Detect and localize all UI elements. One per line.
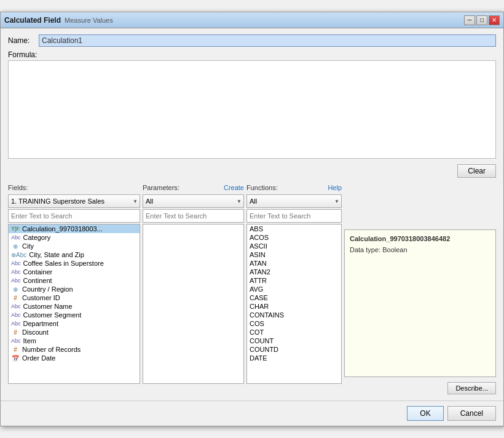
item-label: ABS: [250, 225, 263, 233]
describe-button[interactable]: Describe...: [447, 382, 496, 394]
info-datatype: Data type: Boolean: [350, 246, 490, 253]
clear-button[interactable]: Clear: [457, 164, 496, 178]
list-item[interactable]: Abc Coffee Sales in Superstore: [9, 259, 140, 268]
item-label: Department: [23, 320, 58, 327]
geo-icon: ⊕: [11, 243, 20, 250]
close-button[interactable]: ✕: [489, 15, 500, 25]
list-item[interactable]: ATAN2: [247, 268, 341, 276]
params-search-input[interactable]: [143, 209, 244, 223]
columns-section: Fields: 1. TRAINING Superstore Sales T|F…: [8, 184, 496, 394]
item-label: Item: [23, 337, 36, 344]
item-label: City, State and Zip: [29, 251, 84, 258]
formula-textarea[interactable]: [8, 60, 496, 159]
formula-section: Formula:: [8, 50, 496, 161]
fields-dropdown[interactable]: 1. TRAINING Superstore Sales: [8, 194, 140, 208]
list-item[interactable]: CASE: [247, 293, 341, 302]
title-bar: Calculated Field Measure Values ─ □ ✕: [1, 12, 503, 28]
list-item[interactable]: CHAR: [247, 302, 341, 311]
list-item[interactable]: # Customer ID: [9, 293, 140, 302]
params-dropdown[interactable]: All: [143, 194, 244, 208]
list-item[interactable]: ABS: [247, 225, 341, 233]
functions-column: Functions: Help All ABS ACOS ASCII ASIN …: [246, 184, 342, 394]
functions-search-input[interactable]: [246, 209, 342, 223]
list-item[interactable]: Abc Container: [9, 268, 140, 276]
ok-button[interactable]: OK: [407, 406, 443, 421]
title-bar-left: Calculated Field Measure Values: [4, 16, 113, 25]
fields-header: Fields:: [8, 184, 140, 193]
list-item[interactable]: ⊕ City: [9, 242, 140, 250]
functions-dropdown[interactable]: All: [246, 194, 342, 208]
list-item[interactable]: AVG: [247, 285, 341, 293]
item-label: AVG: [250, 285, 263, 293]
list-item[interactable]: Abc Category: [9, 233, 140, 242]
hash-icon: #: [11, 295, 20, 301]
help-link[interactable]: Help: [328, 184, 342, 191]
list-item[interactable]: ASCII: [247, 242, 341, 250]
list-item[interactable]: ⊕Abc City, State and Zip: [9, 250, 140, 259]
abc-icon: Abc: [11, 260, 21, 266]
geo-icon: ⊕: [11, 286, 20, 293]
abc-icon: Abc: [11, 303, 21, 309]
minimize-button[interactable]: ─: [464, 15, 475, 25]
name-label: Name:: [8, 36, 34, 45]
item-label: CHAR: [250, 303, 269, 310]
hash-icon: #: [11, 346, 20, 353]
list-item[interactable]: COT: [247, 328, 341, 336]
list-item[interactable]: ATAN: [247, 259, 341, 268]
cancel-button[interactable]: Cancel: [447, 406, 496, 421]
list-item[interactable]: DATE: [247, 354, 341, 362]
info-search-spacer: [344, 213, 496, 228]
functions-label: Functions:: [246, 184, 278, 191]
item-label: ASIN: [250, 251, 266, 258]
functions-dropdown-wrapper: All: [246, 194, 342, 208]
name-input[interactable]: [39, 34, 496, 47]
list-item[interactable]: T|F Calculation_9970318003...: [9, 225, 140, 233]
item-label: Container: [23, 268, 53, 276]
title-bar-controls: ─ □ ✕: [464, 15, 500, 25]
geo-abc-icon: ⊕Abc: [11, 252, 26, 258]
item-label: Continent: [23, 277, 52, 284]
list-item[interactable]: ⊕ Country / Region: [9, 285, 140, 293]
list-item[interactable]: COUNTD: [247, 345, 341, 354]
list-item[interactable]: Abc Department: [9, 319, 140, 328]
abc-icon: Abc: [11, 321, 21, 327]
functions-header: Functions: Help: [246, 184, 342, 193]
fields-dropdown-wrapper: 1. TRAINING Superstore Sales: [8, 194, 140, 208]
list-item[interactable]: 📅 Order Date: [9, 354, 140, 362]
list-item[interactable]: ACOS: [247, 233, 341, 242]
list-item[interactable]: CONTAINS: [247, 311, 341, 319]
list-item[interactable]: Abc Customer Segment: [9, 311, 140, 319]
info-column: Calculation_9970318003846482 Data type: …: [344, 184, 496, 394]
list-item[interactable]: COUNT: [247, 336, 341, 345]
item-label: CONTAINS: [250, 311, 284, 319]
fields-label: Fields:: [8, 184, 28, 191]
list-item[interactable]: Abc Item: [9, 336, 140, 345]
functions-list: ABS ACOS ASCII ASIN ATAN ATAN2 ATTR AVG …: [246, 224, 342, 384]
list-item[interactable]: ASIN: [247, 250, 341, 259]
params-list: [143, 224, 244, 384]
item-label: COS: [250, 320, 264, 327]
item-label: COUNTD: [250, 346, 278, 353]
item-label: COT: [250, 328, 264, 336]
item-label: ASCII: [250, 242, 267, 250]
maximize-button[interactable]: □: [476, 15, 487, 25]
dialog-subtitle: Measure Values: [65, 17, 113, 24]
item-label: Category: [23, 234, 51, 241]
item-label: Customer Segment: [23, 311, 82, 319]
item-label: Country / Region: [22, 285, 73, 293]
list-item[interactable]: COS: [247, 319, 341, 328]
create-link[interactable]: Create: [224, 184, 244, 191]
dialog-title: Calculated Field: [4, 16, 61, 25]
info-header-spacer: [344, 184, 496, 197]
list-item[interactable]: # Number of Records: [9, 345, 140, 354]
abc-icon: Abc: [11, 312, 21, 318]
list-item[interactable]: Abc Customer Name: [9, 302, 140, 311]
list-item[interactable]: ATTR: [247, 276, 341, 285]
item-label: Calculation_9970318003...: [22, 225, 103, 233]
footer: OK Cancel: [1, 400, 503, 426]
fields-search-input[interactable]: [8, 209, 140, 223]
list-item[interactable]: Abc Continent: [9, 276, 140, 285]
item-label: Number of Records: [22, 346, 81, 353]
list-item[interactable]: # Discount: [9, 328, 140, 336]
describe-row: Describe...: [344, 380, 496, 394]
